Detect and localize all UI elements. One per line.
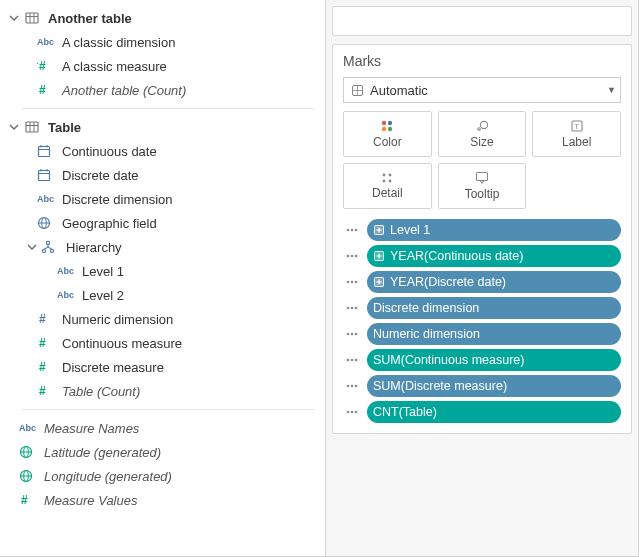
chevron-down-icon[interactable] <box>8 13 20 23</box>
detail-shelf-icon[interactable] <box>343 251 361 261</box>
mark-button-label: Tooltip <box>465 187 500 201</box>
pill-label: SUM(Discrete measure) <box>373 379 507 393</box>
field-label: Latitude (generated) <box>44 445 161 460</box>
expand-icon[interactable] <box>373 276 385 288</box>
mark-button-label[interactable]: Label <box>532 111 621 157</box>
pill-label: Discrete dimension <box>373 301 479 315</box>
field-geographic-field[interactable]: Geographic field <box>0 211 325 235</box>
detail-shelf-icon[interactable] <box>343 407 361 417</box>
field-a-classic-dimension[interactable]: A classic dimension <box>0 30 325 54</box>
detail-shelf-icon[interactable] <box>343 277 361 287</box>
globe-green-icon <box>18 469 38 483</box>
mark-button-detail[interactable]: Detail <box>343 163 432 209</box>
pill[interactable]: SUM(Discrete measure) <box>367 375 621 397</box>
shelf-area: Marks Automatic ▼ Color Size Label <box>326 0 638 556</box>
marks-card-title: Marks <box>333 45 631 75</box>
field-level-2[interactable]: Level 2 <box>0 283 325 307</box>
field-discrete-date[interactable]: Discrete date <box>0 163 325 187</box>
mark-button-size[interactable]: Size <box>438 111 527 157</box>
pill[interactable]: YEAR(Discrete date) <box>367 271 621 293</box>
field-table-count[interactable]: Table (Count) <box>0 379 325 403</box>
field-continuous-date[interactable]: Continuous date <box>0 139 325 163</box>
label-icon <box>570 119 584 133</box>
mark-button-label: Color <box>373 135 402 149</box>
mark-button-label: Detail <box>372 186 403 200</box>
mark-type-label: Automatic <box>370 83 428 98</box>
pill-label: Numeric dimension <box>373 327 480 341</box>
pill-row: SUM(Discrete measure) <box>343 375 621 397</box>
pill-label: YEAR(Discrete date) <box>390 275 506 289</box>
date-icon <box>36 168 56 182</box>
field-latitude-generated[interactable]: Latitude (generated) <box>0 440 325 464</box>
chevron-down-icon[interactable] <box>8 122 20 132</box>
globe-green-icon <box>18 445 38 459</box>
pill[interactable]: SUM(Continuous measure) <box>367 349 621 371</box>
field-label: Discrete date <box>62 168 139 183</box>
field-measure-values[interactable]: Measure Values <box>0 488 325 512</box>
chevron-down-icon[interactable] <box>26 242 38 252</box>
field-continuous-measure[interactable]: Continuous measure <box>0 331 325 355</box>
field-label: Measure Values <box>44 493 137 508</box>
expand-icon[interactable] <box>373 224 385 236</box>
field-numeric-dimension[interactable]: Numeric dimension <box>0 307 325 331</box>
data-pane[interactable]: Another table A classic dimensionA class… <box>0 0 326 556</box>
pill-label: CNT(Table) <box>373 405 437 419</box>
divider <box>22 108 315 109</box>
field-label: Continuous date <box>62 144 157 159</box>
automatic-icon <box>350 83 364 97</box>
field-a-classic-measure[interactable]: A classic measure <box>0 54 325 78</box>
field-longitude-generated[interactable]: Longitude (generated) <box>0 464 325 488</box>
pill[interactable]: CNT(Table) <box>367 401 621 423</box>
field-measure-names[interactable]: Measure Names <box>0 416 325 440</box>
detail-shelf-icon[interactable] <box>343 355 361 365</box>
mark-type-dropdown[interactable]: Automatic ▼ <box>343 77 621 103</box>
field-another-table-count[interactable]: Another table (Count) <box>0 78 325 102</box>
pill[interactable]: Numeric dimension <box>367 323 621 345</box>
detail-shelf-icon[interactable] <box>343 329 361 339</box>
detail-shelf-icon[interactable] <box>343 225 361 235</box>
table-header-table[interactable]: Table <box>0 115 325 139</box>
table-icon <box>22 11 42 25</box>
shelf-placeholder[interactable] <box>332 6 632 36</box>
pill-row: YEAR(Continuous date) <box>343 245 621 267</box>
field-label: Geographic field <box>62 216 157 231</box>
field-discrete-dimension[interactable]: Discrete dimension <box>0 187 325 211</box>
hash-green-icon <box>36 360 56 374</box>
pill-row: Discrete dimension <box>343 297 621 319</box>
detail-shelf-icon[interactable] <box>343 303 361 313</box>
pill[interactable]: Discrete dimension <box>367 297 621 319</box>
pill-row: YEAR(Discrete date) <box>343 271 621 293</box>
field-label: Level 1 <box>82 264 124 279</box>
field-level-1[interactable]: Level 1 <box>0 259 325 283</box>
mark-button-label: Label <box>562 135 591 149</box>
hash-green-t-icon <box>36 59 56 73</box>
pill[interactable]: Level 1 <box>367 219 621 241</box>
pill-label: Level 1 <box>390 223 430 237</box>
pill-row: Level 1 <box>343 219 621 241</box>
detail-shelf-icon[interactable] <box>343 381 361 391</box>
field-label: Discrete dimension <box>62 192 173 207</box>
chevron-down-icon: ▼ <box>607 85 616 95</box>
size-icon <box>475 119 489 133</box>
globe-icon <box>36 216 56 230</box>
mark-button-tooltip[interactable]: Tooltip <box>438 163 527 209</box>
abc-icon <box>18 421 38 435</box>
table-icon <box>22 120 42 134</box>
field-discrete-measure[interactable]: Discrete measure <box>0 355 325 379</box>
hash-green-icon <box>36 384 56 398</box>
pill-row: SUM(Continuous measure) <box>343 349 621 371</box>
mark-button-color[interactable]: Color <box>343 111 432 157</box>
abc-icon <box>56 288 76 302</box>
table-name: Table <box>48 120 81 135</box>
field-label: Level 2 <box>82 288 124 303</box>
hierarchy-icon <box>40 240 60 254</box>
field-label: Measure Names <box>44 421 139 436</box>
table-name: Another table <box>48 11 132 26</box>
field-label: A classic measure <box>62 59 167 74</box>
table-header-another-table[interactable]: Another table <box>0 6 325 30</box>
expand-icon[interactable] <box>373 250 385 262</box>
pill[interactable]: YEAR(Continuous date) <box>367 245 621 267</box>
abc-icon <box>36 35 56 49</box>
field-label: A classic dimension <box>62 35 175 50</box>
field-hierarchy[interactable]: Hierarchy <box>0 235 325 259</box>
